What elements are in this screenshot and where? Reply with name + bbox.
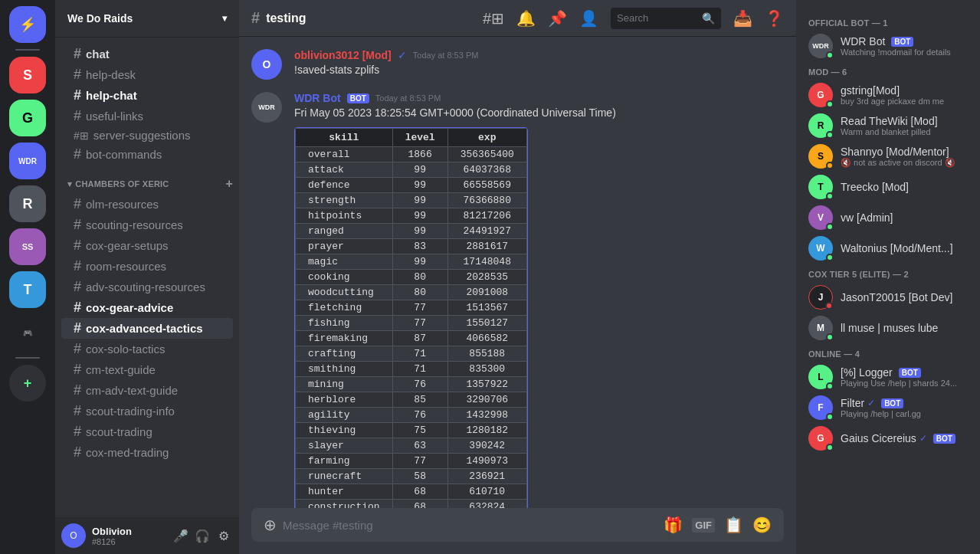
channel-item-olm-resources[interactable]: # olm-resources <box>61 194 233 215</box>
table-cell: smithing <box>296 361 393 376</box>
sticker-icon[interactable]: 📋 <box>724 516 743 534</box>
channel-name: help-desk <box>86 68 136 81</box>
channel-item-cox-gear-setups[interactable]: # cox-gear-setups <box>61 235 233 256</box>
add-server-icon[interactable]: + <box>9 365 46 402</box>
member-item-logger[interactable]: L [%] Logger BOT Playing Use /help | sha… <box>802 362 974 392</box>
channel-item-cox-solo-tactics[interactable]: # cox-solo-tactics <box>61 339 233 359</box>
channel-item-help-chat[interactable]: # help-chat <box>61 85 233 106</box>
table-row: mining761357922 <box>296 376 527 392</box>
member-item-waltonius[interactable]: W Waltonius [Mod/Ment...] <box>802 233 974 264</box>
gift-icon[interactable]: 🎁 <box>664 516 683 534</box>
table-cell: 80 <box>392 269 447 284</box>
help-icon[interactable]: ❓ <box>765 9 784 28</box>
server-icon-4[interactable]: R <box>9 185 46 222</box>
category-chambers[interactable]: ▾ CHAMBERS OF XERIC + <box>55 165 239 194</box>
server-icon-7[interactable]: 🎮 <box>9 314 46 351</box>
table-cell: 1432998 <box>447 407 526 422</box>
server-icon-2[interactable]: G <box>9 100 46 136</box>
table-row: overall1866356365400 <box>296 146 527 162</box>
server-header[interactable]: We Do Raids ▾ <box>55 0 239 38</box>
member-name: WDR Bot <box>841 35 885 48</box>
member-category-online: ONLINE — 4 <box>796 343 980 362</box>
bot-badge: BOT <box>891 37 913 47</box>
headset-icon[interactable]: 🎧 <box>193 526 211 545</box>
server-sidebar: ⚡ S G WDR R SS T 🎮 + <box>0 0 55 554</box>
channel-item-bot-commands[interactable]: # bot-commands <box>61 144 233 165</box>
notification-icon[interactable]: 🔔 <box>516 9 536 28</box>
channel-name: cox-gear-setups <box>86 239 169 252</box>
member-avatar-gstring: G <box>808 83 833 107</box>
emoji-icon[interactable]: 😊 <box>752 516 772 534</box>
user-info: Oblivion #8126 <box>92 526 166 546</box>
member-item-gstring[interactable]: G gstring[Mod] buy 3rd age pickaxe dm me <box>802 80 974 110</box>
member-item-muse[interactable]: M ll muse | muses lube <box>802 313 974 343</box>
add-content-icon[interactable]: ⊕ <box>264 516 277 534</box>
channel-item-cox-gear-advice[interactable]: # cox-gear-advice <box>61 297 233 318</box>
channel-name: olm-resources <box>86 198 159 211</box>
table-cell: 390242 <box>447 438 526 453</box>
channel-item-cm-adv-text-guide[interactable]: # cm-adv-text-guide <box>61 380 233 401</box>
member-item-jasont[interactable]: J JasonT20015 [Bot Dev] <box>802 282 974 313</box>
hash-icon: # <box>74 146 81 162</box>
member-avatar-waltonius: W <box>808 236 833 261</box>
member-avatar-vw: V <box>808 205 833 230</box>
server-icon-5[interactable]: SS <box>9 228 46 265</box>
member-item-treecko[interactable]: T Treecko [Mod] <box>802 172 974 202</box>
search-box[interactable]: Search 🔍 <box>611 8 721 29</box>
table-row: firemaking874066582 <box>296 330 527 346</box>
microphone-icon[interactable]: 🎤 <box>172 526 190 545</box>
channel-item-chat[interactable]: # chat <box>61 44 233 64</box>
member-name-section: vw [Admin] <box>841 211 893 224</box>
settings-icon[interactable]: ⚙ <box>215 526 233 545</box>
channel-item-help-desk[interactable]: # help-desk <box>61 64 233 85</box>
table-row: woodcutting802091008 <box>296 284 527 300</box>
table-cell: 81217206 <box>447 208 526 223</box>
server-icon-3[interactable]: WDR <box>9 143 46 179</box>
member-item-shannyo[interactable]: S Shannyo [Mod/Mentor] 🔇 not as active o… <box>802 141 974 172</box>
pin-icon[interactable]: 📌 <box>548 9 567 28</box>
channel-item-scout-trading-info[interactable]: # scout-trading-info <box>61 401 233 421</box>
member-item-gaius[interactable]: G Gaius Cicereius ✓ BOT <box>802 423 974 454</box>
gif-icon[interactable]: GIF <box>692 518 715 533</box>
member-name: vw [Admin] <box>841 211 893 224</box>
channel-item-cox-med-trading[interactable]: # cox-med-trading <box>61 442 233 463</box>
search-icon: 🔍 <box>702 12 715 25</box>
hash-icon: # <box>74 403 81 419</box>
add-channel-icon[interactable]: + <box>225 177 233 191</box>
channel-item-scouting-resources[interactable]: # scouting-resources <box>61 215 233 235</box>
status-dot-online <box>826 51 834 59</box>
channel-item-adv-scouting[interactable]: # adv-scouting-resources <box>61 277 233 297</box>
channel-name: cox-med-trading <box>86 446 169 459</box>
table-row: runecraft58236921 <box>296 468 527 484</box>
server-icon-6[interactable]: T <box>9 271 46 308</box>
verified-icon: ✓ <box>398 49 407 61</box>
member-item-filter[interactable]: F Filter ✓ BOT Playing /help | carl.gg <box>802 392 974 423</box>
member-item-vw[interactable]: V vw [Admin] <box>802 202 974 233</box>
member-item-readthewiki[interactable]: R Read TheWiki [Mod] Warm and blanket pi… <box>802 110 974 141</box>
table-cell: 2881617 <box>447 238 526 254</box>
inbox-icon[interactable]: 📥 <box>733 9 752 28</box>
table-cell: 75 <box>392 422 447 438</box>
hash-icon: # <box>74 300 81 316</box>
table-cell: attack <box>296 162 393 177</box>
table-row: ranged9924491927 <box>296 223 527 238</box>
threads-icon[interactable]: #⊞ <box>483 9 504 28</box>
channel-item-cm-text-guide[interactable]: # cm-text-guide <box>61 359 233 380</box>
message-content-bot: WDR Bot BOT Today at 8:53 PM Fri May 05 … <box>294 92 784 508</box>
table-cell: hitpoints <box>296 208 393 223</box>
discord-home-icon[interactable]: ⚡ <box>9 6 46 43</box>
channel-item-room-resources[interactable]: # room-resources <box>61 256 233 277</box>
message-timestamp-bot: Today at 8:53 PM <box>375 93 441 103</box>
member-name-row: WDR Bot BOT <box>841 35 951 48</box>
messages-area: O oblivion3012 [Mod] ✓ Today at 8:53 PM … <box>239 37 796 508</box>
members-icon[interactable]: 👤 <box>579 9 598 28</box>
channel-item-useful-links[interactable]: # useful-links <box>61 106 233 126</box>
channel-name: useful-links <box>86 110 143 123</box>
channel-item-server-suggestions[interactable]: #⊞ server-suggestions <box>61 126 233 144</box>
member-item-wdr-bot[interactable]: WDR WDR Bot BOT Watching !modmail for de… <box>802 31 974 61</box>
hash-icon: # <box>74 320 81 336</box>
status-dot <box>826 444 834 451</box>
server-icon-1[interactable]: S <box>9 57 46 93</box>
channel-item-scout-trading[interactable]: # scout-trading <box>61 421 233 442</box>
channel-item-cox-advanced-tactics[interactable]: # cox-advanced-tactics <box>61 318 233 339</box>
